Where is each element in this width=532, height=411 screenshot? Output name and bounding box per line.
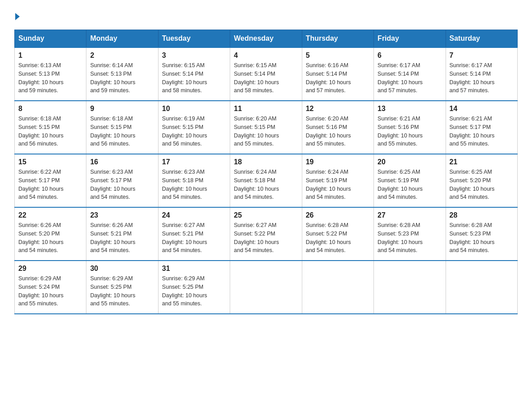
calendar-cell: 16Sunrise: 6:23 AMSunset: 5:17 PMDayligh… <box>86 154 158 207</box>
calendar-week-row: 29Sunrise: 6:29 AMSunset: 5:24 PMDayligh… <box>15 261 518 314</box>
day-info: Sunrise: 6:26 AMSunset: 5:21 PMDaylight:… <box>90 221 154 255</box>
calendar-cell: 9Sunrise: 6:18 AMSunset: 5:15 PMDaylight… <box>86 101 158 154</box>
calendar-cell: 24Sunrise: 6:27 AMSunset: 5:21 PMDayligh… <box>158 207 230 261</box>
day-number: 4 <box>234 51 298 60</box>
calendar-cell: 22Sunrise: 6:26 AMSunset: 5:20 PMDayligh… <box>15 207 86 261</box>
calendar-cell <box>230 261 302 314</box>
calendar-cell: 25Sunrise: 6:27 AMSunset: 5:22 PMDayligh… <box>230 207 302 261</box>
day-number: 14 <box>450 105 514 113</box>
day-info: Sunrise: 6:23 AMSunset: 5:17 PMDaylight:… <box>90 168 154 201</box>
calendar-cell: 18Sunrise: 6:24 AMSunset: 5:18 PMDayligh… <box>230 154 302 207</box>
calendar-cell: 17Sunrise: 6:23 AMSunset: 5:18 PMDayligh… <box>158 154 230 207</box>
logo <box>14 11 20 21</box>
day-number: 17 <box>162 158 226 166</box>
calendar-cell: 14Sunrise: 6:21 AMSunset: 5:17 PMDayligh… <box>446 101 517 154</box>
day-info: Sunrise: 6:13 AMSunset: 5:13 PMDaylight:… <box>18 61 82 95</box>
logo-arrow-icon <box>15 13 20 20</box>
day-info: Sunrise: 6:21 AMSunset: 5:17 PMDaylight:… <box>450 115 514 148</box>
calendar-cell: 3Sunrise: 6:15 AMSunset: 5:14 PMDaylight… <box>158 47 230 101</box>
calendar-cell <box>302 261 373 314</box>
calendar-cell: 8Sunrise: 6:18 AMSunset: 5:15 PMDaylight… <box>15 101 86 154</box>
calendar-header-row: SundayMondayTuesdayWednesdayThursdayFrid… <box>15 30 518 48</box>
day-number: 19 <box>306 158 370 166</box>
day-number: 1 <box>18 51 82 60</box>
day-info: Sunrise: 6:22 AMSunset: 5:17 PMDaylight:… <box>18 168 82 201</box>
day-number: 24 <box>162 211 226 219</box>
calendar-cell: 5Sunrise: 6:16 AMSunset: 5:14 PMDaylight… <box>302 47 373 101</box>
calendar-table: SundayMondayTuesdayWednesdayThursdayFrid… <box>14 30 518 314</box>
calendar-cell: 23Sunrise: 6:26 AMSunset: 5:21 PMDayligh… <box>86 207 158 261</box>
calendar-cell: 20Sunrise: 6:25 AMSunset: 5:19 PMDayligh… <box>374 154 446 207</box>
day-info: Sunrise: 6:26 AMSunset: 5:20 PMDaylight:… <box>18 221 82 255</box>
calendar-cell: 6Sunrise: 6:17 AMSunset: 5:14 PMDaylight… <box>374 47 446 101</box>
calendar-cell: 30Sunrise: 6:29 AMSunset: 5:25 PMDayligh… <box>86 261 158 314</box>
column-header-tuesday: Tuesday <box>158 30 230 48</box>
calendar-week-row: 22Sunrise: 6:26 AMSunset: 5:20 PMDayligh… <box>15 207 518 261</box>
column-header-friday: Friday <box>374 30 446 48</box>
day-info: Sunrise: 6:17 AMSunset: 5:14 PMDaylight:… <box>378 61 442 95</box>
calendar-cell: 26Sunrise: 6:28 AMSunset: 5:22 PMDayligh… <box>302 207 373 261</box>
day-number: 29 <box>18 265 82 273</box>
day-info: Sunrise: 6:21 AMSunset: 5:16 PMDaylight:… <box>378 115 442 148</box>
day-number: 20 <box>378 158 442 166</box>
day-info: Sunrise: 6:19 AMSunset: 5:15 PMDaylight:… <box>162 115 226 148</box>
day-info: Sunrise: 6:16 AMSunset: 5:14 PMDaylight:… <box>306 61 370 95</box>
day-number: 2 <box>90 51 154 60</box>
column-header-sunday: Sunday <box>15 30 86 48</box>
day-number: 9 <box>90 105 154 113</box>
calendar-cell: 4Sunrise: 6:15 AMSunset: 5:14 PMDaylight… <box>230 47 302 101</box>
day-number: 10 <box>162 105 226 113</box>
column-header-monday: Monday <box>86 30 158 48</box>
day-number: 7 <box>450 51 514 60</box>
day-info: Sunrise: 6:20 AMSunset: 5:15 PMDaylight:… <box>234 115 298 148</box>
calendar-cell: 28Sunrise: 6:28 AMSunset: 5:23 PMDayligh… <box>446 207 517 261</box>
calendar-cell: 31Sunrise: 6:29 AMSunset: 5:25 PMDayligh… <box>158 261 230 314</box>
day-number: 12 <box>306 105 370 113</box>
day-number: 15 <box>18 158 82 166</box>
day-info: Sunrise: 6:15 AMSunset: 5:14 PMDaylight:… <box>162 61 226 95</box>
calendar-week-row: 8Sunrise: 6:18 AMSunset: 5:15 PMDaylight… <box>15 101 518 154</box>
day-info: Sunrise: 6:20 AMSunset: 5:16 PMDaylight:… <box>306 115 370 148</box>
calendar-cell: 1Sunrise: 6:13 AMSunset: 5:13 PMDaylight… <box>15 47 86 101</box>
calendar-cell: 27Sunrise: 6:28 AMSunset: 5:23 PMDayligh… <box>374 207 446 261</box>
day-number: 28 <box>450 211 514 219</box>
day-number: 11 <box>234 105 298 113</box>
day-number: 22 <box>18 211 82 219</box>
calendar-week-row: 1Sunrise: 6:13 AMSunset: 5:13 PMDaylight… <box>15 47 518 101</box>
day-info: Sunrise: 6:24 AMSunset: 5:19 PMDaylight:… <box>306 168 370 201</box>
day-info: Sunrise: 6:28 AMSunset: 5:22 PMDaylight:… <box>306 221 370 255</box>
calendar-cell <box>446 261 517 314</box>
column-header-wednesday: Wednesday <box>230 30 302 48</box>
day-number: 23 <box>90 211 154 219</box>
day-number: 16 <box>90 158 154 166</box>
day-number: 21 <box>450 158 514 166</box>
day-info: Sunrise: 6:23 AMSunset: 5:18 PMDaylight:… <box>162 168 226 201</box>
day-info: Sunrise: 6:29 AMSunset: 5:24 PMDaylight:… <box>18 274 82 308</box>
day-number: 27 <box>378 211 442 219</box>
day-info: Sunrise: 6:17 AMSunset: 5:14 PMDaylight:… <box>450 61 514 95</box>
day-number: 31 <box>162 265 226 273</box>
calendar-cell: 11Sunrise: 6:20 AMSunset: 5:15 PMDayligh… <box>230 101 302 154</box>
day-info: Sunrise: 6:29 AMSunset: 5:25 PMDaylight:… <box>162 274 226 308</box>
calendar-cell <box>374 261 446 314</box>
column-header-saturday: Saturday <box>446 30 517 48</box>
calendar-cell: 10Sunrise: 6:19 AMSunset: 5:15 PMDayligh… <box>158 101 230 154</box>
day-number: 6 <box>378 51 442 60</box>
calendar-cell: 12Sunrise: 6:20 AMSunset: 5:16 PMDayligh… <box>302 101 373 154</box>
column-header-thursday: Thursday <box>302 30 373 48</box>
day-info: Sunrise: 6:14 AMSunset: 5:13 PMDaylight:… <box>90 61 154 95</box>
calendar-cell: 2Sunrise: 6:14 AMSunset: 5:13 PMDaylight… <box>86 47 158 101</box>
day-info: Sunrise: 6:15 AMSunset: 5:14 PMDaylight:… <box>234 61 298 95</box>
day-info: Sunrise: 6:18 AMSunset: 5:15 PMDaylight:… <box>90 115 154 148</box>
day-info: Sunrise: 6:25 AMSunset: 5:20 PMDaylight:… <box>450 168 514 201</box>
calendar-cell: 29Sunrise: 6:29 AMSunset: 5:24 PMDayligh… <box>15 261 86 314</box>
day-number: 18 <box>234 158 298 166</box>
calendar-cell: 19Sunrise: 6:24 AMSunset: 5:19 PMDayligh… <box>302 154 373 207</box>
calendar-cell: 7Sunrise: 6:17 AMSunset: 5:14 PMDaylight… <box>446 47 517 101</box>
day-info: Sunrise: 6:28 AMSunset: 5:23 PMDaylight:… <box>450 221 514 255</box>
day-info: Sunrise: 6:27 AMSunset: 5:22 PMDaylight:… <box>234 221 298 255</box>
calendar-cell: 15Sunrise: 6:22 AMSunset: 5:17 PMDayligh… <box>15 154 86 207</box>
day-number: 26 <box>306 211 370 219</box>
day-number: 3 <box>162 51 226 60</box>
calendar-cell: 13Sunrise: 6:21 AMSunset: 5:16 PMDayligh… <box>374 101 446 154</box>
